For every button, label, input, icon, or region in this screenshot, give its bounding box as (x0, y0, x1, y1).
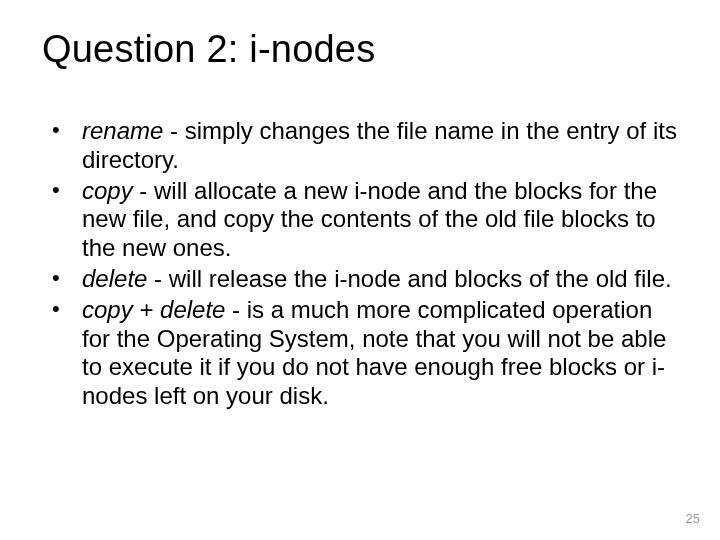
bullet-term: rename (82, 117, 163, 144)
slide-title: Question 2: i-nodes (42, 28, 678, 71)
bullet-term: copy (82, 177, 133, 204)
bullet-list: rename - simply changes the file name in… (42, 117, 678, 411)
bullet-text: - will release the i-node and blocks of … (147, 265, 671, 292)
list-item: delete - will release the i-node and blo… (46, 265, 678, 294)
page-number: 25 (686, 511, 700, 526)
list-item: copy - will allocate a new i-node and th… (46, 177, 678, 263)
bullet-term: copy + delete (82, 296, 225, 323)
bullet-term: delete (82, 265, 147, 292)
bullet-text: - simply changes the file name in the en… (82, 117, 677, 173)
slide: Question 2: i-nodes rename - simply chan… (0, 0, 720, 540)
bullet-text: - will allocate a new i-node and the blo… (82, 177, 657, 262)
list-item: copy + delete - is a much more complicat… (46, 296, 678, 411)
list-item: rename - simply changes the file name in… (46, 117, 678, 175)
